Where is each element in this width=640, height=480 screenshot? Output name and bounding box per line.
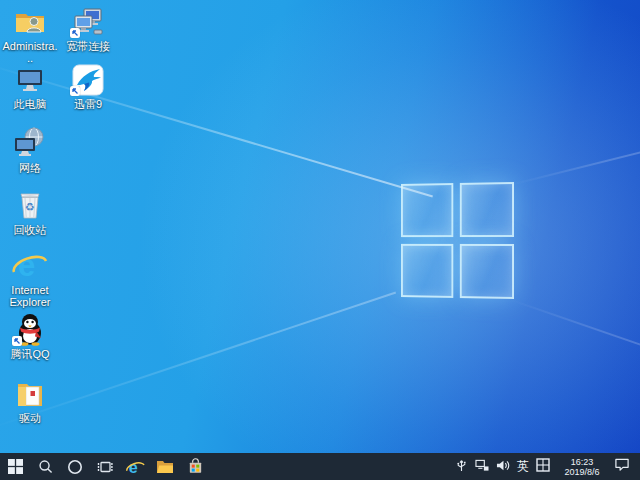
shortcut-arrow-badge	[70, 28, 80, 38]
logo-pane	[401, 183, 453, 237]
search-icon	[38, 459, 53, 474]
icon-label: Internet Explorer	[2, 284, 58, 308]
icon-label: 网络	[2, 162, 58, 174]
cortana-icon	[67, 459, 83, 475]
taskbar: e	[0, 453, 640, 480]
internet-explorer-icon: e	[126, 458, 145, 476]
desktop-icon-internet-explorer[interactable]: e Internet Explorer	[2, 248, 58, 308]
svg-text:e: e	[128, 458, 137, 476]
light-beam	[508, 298, 640, 345]
network-tray-icon[interactable]	[475, 458, 489, 476]
task-view-button[interactable]	[90, 453, 120, 480]
windows-logo-icon	[8, 459, 23, 474]
this-pc-icon	[12, 62, 48, 96]
volume-tray-icon[interactable]	[496, 458, 510, 476]
action-center-icon[interactable]	[614, 457, 634, 476]
clock-time: 16:23	[557, 457, 607, 467]
drivers-folder-icon	[12, 376, 48, 410]
icon-label: 腾讯QQ	[2, 348, 58, 360]
icon-label: 回收站	[2, 224, 58, 236]
svg-text:♻: ♻	[25, 201, 35, 213]
file-explorer-taskbar-button[interactable]	[150, 453, 180, 480]
light-beam	[0, 292, 396, 430]
cortana-button[interactable]	[60, 453, 90, 480]
shortcut-arrow-badge	[12, 336, 22, 346]
desktop-icon-qq[interactable]: 腾讯QQ	[2, 312, 58, 360]
desktop-icon-this-pc[interactable]: 此电脑	[2, 62, 58, 110]
desktop-icon-thunder[interactable]: 迅雷9	[60, 62, 116, 110]
user-folder-icon	[12, 4, 48, 38]
ime-grid-icon[interactable]	[536, 458, 550, 476]
windows-logo-wallpaper	[401, 182, 514, 299]
thunder-icon	[70, 62, 106, 96]
microsoft-store-taskbar-button[interactable]	[180, 453, 210, 480]
task-view-icon	[97, 459, 113, 475]
broadband-connection-icon	[70, 4, 106, 38]
taskbar-clock[interactable]: 16:23 2019/8/6	[557, 457, 607, 477]
system-tray: 英 16:23 2019/8/6	[455, 453, 640, 480]
icon-label: 迅雷9	[60, 98, 116, 110]
usb-tray-icon[interactable]	[455, 458, 468, 476]
search-button[interactable]	[30, 453, 60, 480]
microsoft-store-icon	[187, 458, 204, 475]
network-icon	[12, 126, 48, 160]
internet-explorer-icon: e	[12, 248, 48, 282]
icon-label: 宽带连接	[60, 40, 116, 52]
logo-pane	[401, 244, 453, 298]
light-beam	[510, 150, 640, 186]
start-button[interactable]	[0, 453, 30, 480]
desktop-icon-network[interactable]: 网络	[2, 126, 58, 174]
icon-label: 此电脑	[2, 98, 58, 110]
svg-text:e: e	[18, 248, 35, 282]
desktop-icon-broadband[interactable]: 宽带连接	[60, 4, 116, 52]
icon-label: 驱动	[2, 412, 58, 424]
icon-label: Administra...	[2, 40, 58, 64]
shortcut-arrow-badge	[70, 86, 80, 96]
recycle-bin-icon: ♻	[12, 188, 48, 222]
language-indicator[interactable]: 英	[517, 458, 529, 475]
clock-date: 2019/8/6	[557, 467, 607, 477]
desktop-icon-recycle-bin[interactable]: ♻ 回收站	[2, 188, 58, 236]
internet-explorer-taskbar-button[interactable]: e	[120, 453, 150, 480]
file-explorer-icon	[156, 459, 174, 475]
desktop-icon-administrator[interactable]: Administra...	[2, 4, 58, 64]
logo-pane	[460, 182, 514, 237]
windows-desktop: Administra... 宽带连接	[0, 0, 640, 480]
logo-pane	[460, 244, 514, 299]
qq-icon	[12, 312, 48, 346]
desktop-icon-drivers[interactable]: 驱动	[2, 376, 58, 424]
